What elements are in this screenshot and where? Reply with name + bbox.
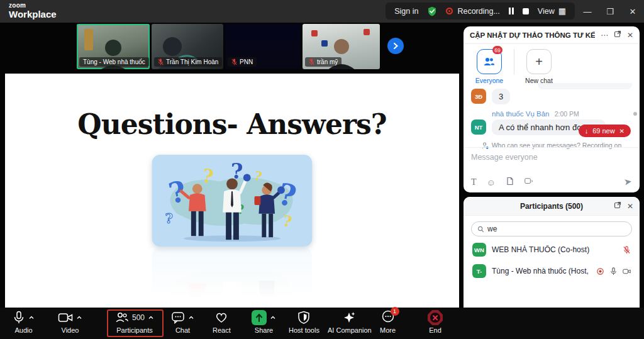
recording-label: Recording... [457,7,499,16]
participant-name: Tùng - Web nhà thuốc (Host, me) [492,267,591,275]
view-button[interactable]: View ▦ [538,6,566,16]
chevron-up-icon[interactable] [148,314,154,321]
next-videos-button[interactable] [387,38,404,54]
camera-icon [623,267,631,275]
plus-icon: + [526,49,552,74]
participant-search-input[interactable] [487,225,626,233]
host-tools-button[interactable]: Host tools [289,309,319,334]
meeting-toolbar: Audio Video [0,308,644,339]
chat-message: 3Đ 3 [464,87,640,106]
end-button[interactable]: ✕ End [428,309,443,334]
muted-mic-icon [309,58,314,65]
close-button[interactable]: ✕ [621,0,644,23]
participant-name: PNN [240,58,253,65]
attach-file-icon[interactable] [506,177,514,187]
video-button[interactable]: Video [58,309,82,334]
avatar: 3Đ [471,89,486,104]
dismiss-new-badge-icon[interactable]: ✕ [619,128,625,135]
react-label: React [213,326,231,334]
host-tools-shield-icon [297,311,310,325]
video-tile[interactable]: PNN [225,24,301,69]
mic-icon [609,267,618,275]
screenshot-icon[interactable] [525,177,533,187]
chevron-up-icon[interactable] [76,314,82,321]
more-label: More [380,326,396,334]
react-button[interactable]: React [213,309,231,334]
view-grid-icon: ▦ [558,6,566,16]
muted-mic-icon [158,58,164,65]
stop-recording-button[interactable] [523,8,529,14]
titlebar: zoom Workplace Sign in Recording... View… [0,0,644,23]
format-text-icon[interactable]: T [471,177,477,187]
chat-panel-title: CẬP NHẬT DỰ THẢO THÔNG TƯ KẾ TOÁN... [470,31,595,39]
chevron-up-icon[interactable] [270,314,276,321]
participants-popout-icon[interactable] [614,201,621,211]
chat-scrollbar[interactable] [633,112,637,116]
slide-title: Questions- Answers? [5,108,459,140]
participant-row[interactable]: T- Tùng - Web nhà thuốc (Host, me) [464,260,640,282]
logo-line-zoom: zoom [9,3,57,9]
ai-companion-button[interactable]: AI Companion [328,309,372,334]
emoji-icon[interactable]: ☺ [487,177,496,187]
host-tools-label: Host tools [289,326,319,334]
chat-label: Chat [175,326,190,334]
participant-status-icons [623,246,631,254]
chat-channel-row: 69 Everyone + New chat [464,44,640,87]
new-chat-button[interactable]: + New chat [521,49,557,84]
chat-panel: CẬP NHẬT DỰ THẢO THÔNG TƯ KẾ TOÁN... ⋯ ✕… [464,26,640,192]
titlebar-controls: Sign in Recording... View ▦ [386,3,575,19]
participants-label: Participants [116,326,152,334]
message-sender-line: nhà thuốc Vụ Bản 2:00 PM [464,106,640,118]
muted-mic-icon [623,246,631,254]
participant-search[interactable] [471,221,632,236]
sender-name: nhà thuốc Vụ Bản [492,110,549,118]
security-shield-icon[interactable] [427,6,437,16]
more-button[interactable]: 1 More [380,309,396,334]
audio-button[interactable]: Audio [13,309,35,334]
questions-illustration-image: ? ? ? ? ? ? ? ? [151,154,313,247]
everyone-label: Everyone [475,77,503,84]
share-button[interactable]: Share [252,309,276,334]
chat-popout-icon[interactable] [614,30,621,40]
avatar: T- [472,264,486,278]
end-label: End [429,326,441,334]
chat-message-list[interactable]: 3Đ 3 nhà thuốc Vụ Bản 2:00 PM NT A có th… [464,87,640,149]
sign-in-button[interactable]: Sign in [394,7,418,16]
participant-name: WEB NHÀ THUỐC (Co-host) [492,245,617,254]
maximize-button[interactable]: ❒ [599,0,621,23]
more-notification-badge: 1 [391,307,399,316]
chat-everyone-button[interactable]: 69 Everyone [471,49,508,84]
video-name-label: Tùng - Web nhà thuốc [79,57,149,67]
participant-row[interactable]: WN WEB NHÀ THUỐC (Co-host) [464,239,640,260]
message-bubble: 3 [492,89,510,104]
participants-button[interactable]: 500 Participants [115,309,154,334]
chat-button[interactable]: Chat [171,309,194,334]
video-name-label: Trần Thị Kim Hoàn [154,57,222,67]
chat-close-icon[interactable]: ✕ [627,31,633,40]
shared-screen-slide: Questions- Answers? ? ? ? ? ? ? ? ? [5,74,459,308]
minimize-button[interactable]: — [576,0,599,23]
chat-message-input[interactable] [464,148,640,162]
camera-icon [58,312,73,323]
video-tile[interactable]: Tùng - Web nhà thuốc [77,24,150,69]
participants-close-icon[interactable]: ✕ [627,202,633,211]
everyone-unread-badge: 69 [492,46,502,54]
chat-more-menu-icon[interactable]: ⋯ [601,31,608,40]
shelf-item [364,29,370,35]
participants-panel-header: Participants (500) ✕ [464,197,640,216]
share-label: Share [255,326,273,334]
window-controls: — ❒ ✕ [576,0,644,23]
pause-recording-button[interactable] [509,8,514,14]
message-time: 2:00 PM [555,110,579,118]
divider [514,49,514,74]
chevron-up-icon[interactable] [188,314,194,321]
muted-mic-icon [231,58,237,65]
video-tile[interactable]: Trần Thị Kim Hoàn [152,24,223,69]
new-messages-badge[interactable]: ↓ 69 new ✕ [579,125,631,137]
chevron-up-icon[interactable] [28,314,35,321]
participant-name: Tùng - Web nhà thuốc [83,58,145,65]
down-arrow-icon: ↓ [585,127,589,135]
video-tile[interactable]: trần mỹ [303,24,380,69]
send-message-icon[interactable]: ➤ [623,175,633,188]
participants-count: 500 [132,313,145,322]
